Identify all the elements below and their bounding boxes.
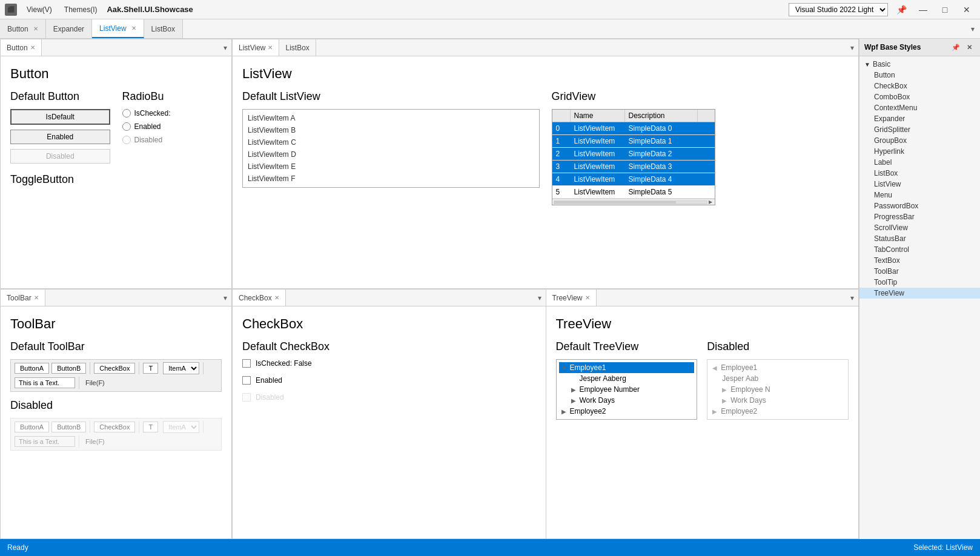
panel-button-scroll[interactable]: Button Default Button IsDefault Enabled … bbox=[1, 56, 231, 288]
gv-row[interactable]: 3 ListViewItem SimpleData 3 bbox=[552, 161, 715, 173]
panel-toolbar-tab-dropdown[interactable]: ▾ bbox=[219, 290, 231, 306]
list-item[interactable]: ListViewItem B bbox=[243, 124, 539, 136]
list-item[interactable]: ListViewItem A bbox=[243, 112, 539, 124]
list-item[interactable]: ListViewItem F bbox=[243, 173, 539, 185]
wpf-item-textbox[interactable]: TextBox bbox=[859, 255, 980, 266]
wpf-item-statusbar[interactable]: StatusBar bbox=[859, 233, 980, 244]
wpf-basic-group-header[interactable]: ▼ Basic bbox=[859, 59, 980, 70]
gv-row[interactable]: 4 ListViewItem SimpleData 4 bbox=[552, 173, 715, 186]
panel-toolbar-scroll[interactable]: ToolBar Default ToolBar ButtonA ButtonB … bbox=[1, 306, 231, 538]
list-item[interactable]: ListViewItem E bbox=[243, 161, 539, 173]
tb-checkbox[interactable]: CheckBox bbox=[94, 363, 135, 374]
maximize-button[interactable]: □ bbox=[936, 1, 953, 18]
tab-listview-close[interactable]: ✕ bbox=[131, 25, 136, 31]
panel-tab-checkbox[interactable]: CheckBox ✕ bbox=[233, 290, 286, 306]
wpf-item-hyperlink[interactable]: Hyperlink bbox=[859, 146, 980, 157]
tab-listview-label: ListView bbox=[99, 24, 126, 33]
wpf-item-progressbar[interactable]: ProgressBar bbox=[859, 211, 980, 222]
default-treeview[interactable]: ▼ Employee1 ▶ Jesper Aaberg bbox=[556, 359, 698, 420]
pin-button[interactable]: 📌 bbox=[893, 1, 910, 18]
wpf-panel-close[interactable]: ✕ bbox=[963, 41, 975, 53]
menu-themes[interactable]: Themes(I) bbox=[59, 3, 102, 16]
tb-text-input[interactable] bbox=[15, 377, 75, 388]
panel-tab-listview[interactable]: ListView ✕ bbox=[233, 39, 279, 56]
panel-listview-scroll[interactable]: ListView Default ListView ListViewItem A… bbox=[233, 56, 858, 288]
panel-tab-toolbar-close[interactable]: ✕ bbox=[34, 294, 39, 301]
wpf-item-groupbox[interactable]: GroupBox bbox=[859, 135, 980, 146]
radio-ischecked-circle[interactable] bbox=[122, 109, 131, 117]
panel-treeview-tab-dropdown[interactable]: ▾ bbox=[846, 290, 858, 306]
cb-enabled-box[interactable] bbox=[242, 376, 251, 385]
wpf-item-tabcontrol[interactable]: TabControl bbox=[859, 244, 980, 255]
wpf-item-listview[interactable]: ListView bbox=[859, 179, 980, 190]
tab-listview[interactable]: ListView ✕ bbox=[92, 19, 144, 38]
wpf-item-treeview[interactable]: TreeView bbox=[859, 288, 980, 299]
tb-t-btn[interactable]: T bbox=[143, 363, 158, 374]
panel-checkbox-scroll[interactable]: CheckBox Default CheckBox IsChecked: Fal… bbox=[233, 306, 546, 538]
wpf-item-contextmenu[interactable]: ContextMenu bbox=[859, 102, 980, 113]
wpf-item-label[interactable]: Label bbox=[859, 157, 980, 168]
gv-hscroll-right[interactable]: ▶ bbox=[707, 199, 713, 205]
tv-jesper[interactable]: ▶ Jesper Aaberg bbox=[559, 373, 695, 384]
wpf-styles-tree[interactable]: ▼ Basic Button CheckBox ComboBox Context… bbox=[859, 56, 980, 539]
tv-employee1[interactable]: ▼ Employee1 bbox=[559, 362, 695, 373]
cb-ischecked-box[interactable] bbox=[242, 359, 251, 368]
enabled-button[interactable]: Enabled bbox=[10, 130, 110, 144]
panel-button-tab-dropdown[interactable]: ▾ bbox=[219, 39, 231, 56]
tab-dropdown-btn[interactable]: ▾ bbox=[965, 19, 980, 39]
tb-combo[interactable]: ItemA bbox=[163, 362, 199, 374]
panel-tab-treeview-close[interactable]: ✕ bbox=[585, 294, 590, 301]
tab-expander[interactable]: Expander bbox=[46, 19, 92, 38]
list-item[interactable]: ListViewItem C bbox=[243, 136, 539, 148]
panel-checkbox-tab-dropdown[interactable]: ▾ bbox=[534, 290, 546, 306]
panel-treeview-scroll[interactable]: TreeView Default TreeView ▼ Employee1 bbox=[546, 306, 859, 538]
panel-tab-button-close[interactable]: ✕ bbox=[30, 44, 35, 51]
gv-cell-desc: SimpleData 5 bbox=[625, 186, 698, 198]
gridview[interactable]: Name Description 0 ListViewItem SimpleDa… bbox=[552, 109, 715, 205]
default-treeview-col: Default TreeView ▼ Employee1 ▶ bbox=[556, 340, 698, 420]
gv-col-desc[interactable]: Description bbox=[625, 110, 698, 122]
panel-listview-tab-dropdown[interactable]: ▾ bbox=[846, 39, 858, 56]
gv-cell-name: ListViewItem bbox=[571, 161, 625, 173]
tv-empnum[interactable]: ▶ Employee Number bbox=[559, 384, 695, 395]
panel-tab-toolbar-inner[interactable]: Button ✕ bbox=[1, 39, 42, 56]
wpf-item-tooltip[interactable]: ToolTip bbox=[859, 277, 980, 288]
panel-tab-toolbar[interactable]: ToolBar ✕ bbox=[1, 290, 45, 306]
gv-row[interactable]: 5 ListViewItem SimpleData 5 bbox=[552, 186, 715, 199]
panel-tab-listview-close[interactable]: ✕ bbox=[268, 44, 273, 51]
wpf-item-menu[interactable]: Menu bbox=[859, 190, 980, 200]
panel-tab-treeview[interactable]: TreeView ✕ bbox=[546, 290, 597, 306]
tv-employee2[interactable]: ▶ Employee2 bbox=[559, 406, 695, 417]
wpf-item-toolbar[interactable]: ToolBar bbox=[859, 266, 980, 277]
tab-button-close[interactable]: ✕ bbox=[33, 25, 38, 32]
wpf-panel-pin[interactable]: 📌 bbox=[950, 41, 962, 53]
wpf-item-checkbox[interactable]: CheckBox bbox=[859, 81, 980, 91]
wpf-item-combobox[interactable]: ComboBox bbox=[859, 91, 980, 102]
is-default-button[interactable]: IsDefault bbox=[10, 109, 110, 125]
wpf-item-gridsplitter[interactable]: GridSplitter bbox=[859, 124, 980, 135]
wpf-item-button[interactable]: Button bbox=[859, 70, 980, 81]
panel-tab-listbox[interactable]: ListBox bbox=[279, 39, 316, 56]
tb-buttonB[interactable]: ButtonB bbox=[51, 363, 86, 374]
radio-enabled-circle[interactable] bbox=[122, 122, 131, 131]
list-item[interactable]: ListViewItem D bbox=[243, 148, 539, 161]
tb-buttonA[interactable]: ButtonA bbox=[15, 363, 49, 374]
gv-col-name[interactable]: Name bbox=[571, 110, 625, 122]
minimize-button[interactable]: — bbox=[915, 1, 932, 18]
panel-tab-checkbox-close[interactable]: ✕ bbox=[274, 294, 279, 301]
gv-row[interactable]: 2 ListViewItem SimpleData 2 bbox=[552, 148, 715, 161]
wpf-item-scrollview[interactable]: ScrollView bbox=[859, 222, 980, 233]
default-listview[interactable]: ListViewItem A ListViewItem B ListViewIt… bbox=[242, 109, 540, 188]
tv-workdays[interactable]: ▶ Work Days bbox=[559, 395, 695, 406]
close-button[interactable]: ✕ bbox=[958, 1, 975, 18]
gv-header: Name Description bbox=[552, 110, 715, 122]
menu-view[interactable]: View(V) bbox=[22, 3, 57, 16]
wpf-item-listbox[interactable]: ListBox bbox=[859, 168, 980, 179]
tab-listbox[interactable]: ListBox bbox=[144, 19, 183, 38]
wpf-item-expander[interactable]: Expander bbox=[859, 113, 980, 124]
gv-row[interactable]: 1 ListViewItem SimpleData 1 bbox=[552, 135, 715, 148]
tab-button[interactable]: Button ✕ bbox=[0, 19, 46, 38]
theme-selector[interactable]: Visual Studio 2022 Light Visual Studio 2… bbox=[789, 3, 888, 16]
wpf-item-passwordbox[interactable]: PasswordBox bbox=[859, 200, 980, 211]
gv-row[interactable]: 0 ListViewItem SimpleData 0 bbox=[552, 122, 715, 135]
